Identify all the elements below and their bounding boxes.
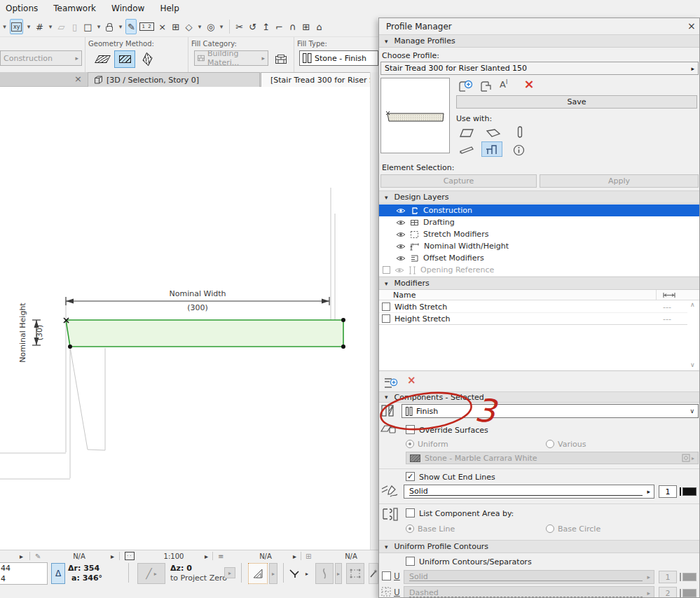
capture-button[interactable]: Capture — [380, 174, 537, 188]
lock-dropdown-arrow[interactable]: ▾ — [117, 19, 123, 34]
dimension-standard-value[interactable]: N/A — [328, 551, 374, 561]
scroll-down-icon[interactable]: ∨ — [690, 361, 695, 368]
layer-row-stretch-modifiers[interactable]: Stretch Modifiers — [379, 228, 700, 240]
menu-window[interactable]: Window — [111, 4, 144, 13]
resize-button[interactable]: ⊞ — [301, 19, 312, 34]
group-button[interactable]: ⊞ — [170, 19, 181, 34]
corner-button[interactable]: ⌐ — [274, 19, 285, 34]
list-component-area-checkbox[interactable] — [406, 508, 415, 517]
delete-profile-button[interactable]: × — [522, 77, 536, 91]
fillet-arc-button[interactable]: ∩ — [287, 19, 298, 34]
use-with-wall-button[interactable] — [456, 125, 477, 141]
contour-color-swatch[interactable] — [680, 571, 696, 583]
layer-menu-icon[interactable]: ▸ — [293, 551, 296, 561]
grid-snap-button[interactable]: # — [34, 19, 45, 34]
editing-plane-button[interactable]: ✎ — [125, 19, 137, 34]
layer-row-drafting[interactable]: Drafting — [379, 216, 700, 228]
geometry-method-slanted-button[interactable] — [92, 50, 113, 68]
components-selected-header[interactable]: ▾ Components - Selected — [379, 391, 699, 403]
design-layers-header[interactable]: ▾ Design Layers — [379, 190, 699, 204]
renovation-menu-icon[interactable]: ▸ — [111, 551, 114, 561]
building-materials-button[interactable] — [271, 50, 291, 68]
snap-guides-button[interactable] — [289, 566, 303, 581]
profile-editor-canvas[interactable]: Nominal Width (300) Nominal Height (30) — [0, 87, 370, 550]
use-with-beam-button[interactable] — [456, 142, 477, 158]
drawing-scale-value[interactable]: 1:100 — [151, 551, 197, 561]
layer-row-construction[interactable]: Construction — [379, 204, 700, 216]
measure-button[interactable]: 1 2 — [139, 19, 154, 34]
guide-lines-button[interactable] — [248, 563, 268, 584]
fill-type-dropdown[interactable]: Stone - Finish — [299, 50, 378, 66]
show-cut-end-lines-checkbox[interactable]: ✓ — [406, 472, 415, 481]
modifiers-scrollbar[interactable]: ∧ ∨ — [688, 301, 699, 371]
morph-button[interactable]: ◇ — [184, 19, 195, 34]
snap-range-button[interactable] — [346, 563, 364, 584]
eye-icon[interactable] — [396, 255, 406, 262]
separator-line-type-dropdown[interactable]: Dashed ▸ — [404, 586, 654, 598]
geometry-method-rotated-button[interactable] — [137, 50, 158, 68]
cut-line-type-dropdown[interactable]: Solid ▸ — [404, 485, 654, 499]
split-button[interactable]: ✂ — [234, 19, 245, 34]
layer-row-opening-reference[interactable]: Opening Reference — [379, 264, 700, 276]
menu-options[interactable]: Options — [6, 4, 38, 13]
opening-reference-checkbox[interactable] — [383, 266, 390, 274]
marquee-dropdown-arrow[interactable]: ▾ — [95, 19, 102, 34]
separator-weight-input[interactable] — [659, 587, 677, 598]
coordinate-input-button[interactable]: xy — [10, 19, 23, 34]
eye-icon[interactable] — [396, 243, 406, 250]
manage-profiles-header[interactable]: ▾ Manage Profiles — [379, 34, 699, 48]
new-profile-button[interactable] — [458, 80, 473, 94]
use-with-railing-button[interactable] — [481, 141, 502, 157]
eye-icon[interactable] — [396, 219, 406, 226]
cut-line-weight-input[interactable] — [659, 485, 677, 498]
surface-dropdown[interactable]: Stone - Marble Carrara White ▸ — [406, 452, 699, 464]
name-column-header[interactable]: Name — [393, 291, 416, 300]
delete-modifier-button[interactable]: × — [407, 374, 416, 387]
pickup-parameters-button[interactable]: ↺ — [247, 19, 259, 34]
circle-dropdown-arrow[interactable]: ▾ — [219, 19, 225, 34]
override-surfaces-checkbox[interactable] — [406, 425, 415, 434]
uniform-radio[interactable] — [406, 440, 414, 448]
layer-row-nominal-width-height[interactable]: Nominal Width/Height — [379, 240, 700, 252]
cut-line-color-swatch[interactable] — [680, 486, 696, 497]
separator-color-swatch[interactable] — [680, 587, 696, 598]
fill-category-dropdown[interactable]: Building Materi... ▸ — [194, 50, 268, 66]
scale-menu-icon[interactable]: ▸ — [205, 551, 208, 561]
stretch-button[interactable]: × — [157, 19, 168, 34]
base-circle-radio[interactable] — [546, 524, 554, 533]
line-tool-button[interactable]: ╱ ▸ — [137, 563, 165, 584]
duplicate-profile-button[interactable] — [479, 80, 494, 94]
eye-icon[interactable] — [396, 207, 406, 214]
use-with-column-button[interactable] — [509, 124, 530, 139]
morph-dropdown-arrow[interactable]: ▾ — [197, 19, 203, 34]
renovation-filter-value[interactable]: N/A — [56, 551, 102, 561]
component-selector-dropdown[interactable]: Finish ∨ — [402, 404, 699, 418]
magic-wand-button[interactable] — [369, 563, 378, 584]
uniform-profile-contours-header[interactable]: ▾ Uniform Profile Contours — [379, 540, 699, 553]
guide-lines-menu-button[interactable]: ▸ — [269, 563, 277, 584]
tab-profile-editor[interactable]: [Stair Tread 300 for Riser Slanted 1 — [261, 72, 378, 87]
height-stretch-checkbox[interactable] — [382, 314, 390, 323]
modifier-row-height-stretch[interactable]: Height Stretch --- — [379, 313, 687, 325]
base-line-radio[interactable] — [406, 524, 414, 533]
menu-teamwork[interactable]: Teamwork — [53, 4, 96, 13]
vertical-plane-icon[interactable]: ▯ — [69, 19, 80, 34]
apply-button[interactable]: Apply — [540, 174, 699, 188]
rename-profile-button[interactable]: AI — [500, 79, 516, 93]
snap-menu-icon[interactable]: ▸ — [306, 569, 308, 578]
use-with-info-button[interactable] — [508, 142, 529, 158]
profile-selector-dropdown[interactable]: Stair Tread 300 for Riser Slanted 150 ▸ — [380, 62, 699, 75]
layer-dropdown[interactable]: Construction ▸ — [0, 50, 82, 66]
lock-button[interactable] — [104, 19, 115, 34]
snap-points-button[interactable] — [315, 563, 334, 584]
elevation-button[interactable]: ↥ — [261, 19, 272, 34]
tab-3d-selection[interactable]: [3D / Selection, Story 0] — [88, 72, 260, 87]
scroll-up-icon[interactable]: ∧ — [690, 301, 695, 308]
use-with-roof-button[interactable] — [483, 125, 504, 141]
panel-close-icon[interactable]: × — [687, 20, 696, 32]
circle-tool-button[interactable]: ◎ — [205, 19, 217, 34]
geometry-method-rectangle-button[interactable] — [114, 50, 135, 68]
marquee-tool-button[interactable]: □ — [82, 19, 93, 34]
eye-icon[interactable] — [396, 231, 406, 238]
gravity-plane-icon[interactable]: ▱ — [55, 19, 67, 34]
